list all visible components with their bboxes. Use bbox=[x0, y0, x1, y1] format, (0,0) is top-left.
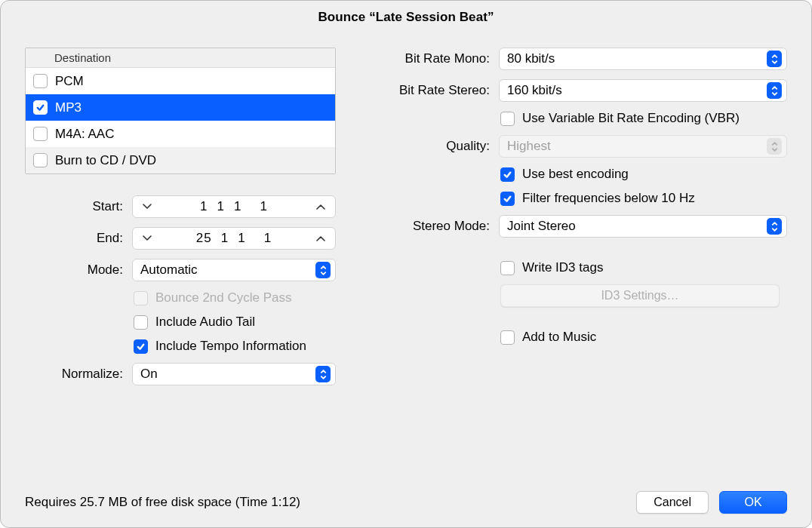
best-encoding-label: Use best encoding bbox=[522, 167, 629, 182]
mode-row: Mode: Automatic bbox=[25, 259, 336, 281]
checkbox-write-id3[interactable] bbox=[500, 261, 515, 275]
checkbox-include-tempo[interactable] bbox=[134, 339, 148, 354]
checkbox-filter-freq[interactable] bbox=[500, 192, 515, 206]
destination-label: Burn to CD / DVD bbox=[55, 153, 156, 168]
bit-rate-mono-select[interactable]: 80 kbit/s bbox=[499, 48, 787, 70]
stereo-mode-select[interactable]: Joint Stereo bbox=[499, 215, 787, 238]
updown-icon bbox=[315, 366, 331, 382]
checkbox-add-music[interactable] bbox=[500, 330, 515, 345]
right-form: Bit Rate Mono: 80 kbit/s Bit Rate Stereo… bbox=[361, 48, 787, 345]
normalize-select[interactable]: On bbox=[132, 363, 336, 385]
start-values[interactable]: 1 1 1 1 bbox=[160, 199, 308, 214]
checkbox-vbr[interactable] bbox=[500, 112, 515, 126]
status-text: Requires 25.7 MB of free disk space (Tim… bbox=[25, 495, 300, 510]
filter-freq-label: Filter frequencies below 10 Hz bbox=[522, 191, 695, 206]
bit-rate-mono-row: Bit Rate Mono: 80 kbit/s bbox=[361, 48, 787, 70]
vbr-row[interactable]: Use Variable Bit Rate Encoding (VBR) bbox=[361, 111, 787, 126]
write-id3-row[interactable]: Write ID3 tags bbox=[361, 260, 787, 275]
dialog-footer: Requires 25.7 MB of free disk space (Tim… bbox=[1, 491, 811, 527]
normalize-label: Normalize: bbox=[25, 367, 125, 382]
end-label: End: bbox=[25, 231, 125, 246]
checkbox-m4a[interactable] bbox=[33, 127, 48, 141]
bounce-2nd-label: Bounce 2nd Cycle Pass bbox=[155, 290, 292, 305]
checkbox-bounce-2nd bbox=[134, 291, 148, 305]
bounce-2nd-row: Bounce 2nd Cycle Pass bbox=[25, 290, 336, 305]
left-column: Destination PCM MP3 M4A: AAC bbox=[25, 48, 336, 480]
updown-icon bbox=[315, 262, 331, 278]
destination-row-mp3[interactable]: MP3 bbox=[26, 94, 335, 121]
updown-icon bbox=[767, 51, 782, 67]
destination-row-burn[interactable]: Burn to CD / DVD bbox=[26, 147, 335, 173]
vbr-label: Use Variable Bit Rate Encoding (VBR) bbox=[522, 111, 740, 126]
add-music-row[interactable]: Add to Music bbox=[361, 330, 787, 345]
chevron-down-icon[interactable] bbox=[136, 228, 158, 249]
filter-freq-row[interactable]: Filter frequencies below 10 Hz bbox=[361, 191, 787, 206]
start-label: Start: bbox=[25, 199, 125, 214]
id3-settings-button: ID3 Settings… bbox=[500, 284, 780, 307]
checkbox-burn[interactable] bbox=[33, 153, 48, 167]
quality-value: Highest bbox=[507, 139, 551, 154]
destination-row-pcm[interactable]: PCM bbox=[26, 68, 335, 94]
destination-row-m4a[interactable]: M4A: AAC bbox=[26, 121, 335, 147]
end-row: End: 25 1 1 1 bbox=[25, 227, 336, 250]
bit-rate-stereo-label: Bit Rate Stereo: bbox=[361, 83, 491, 98]
destination-list: Destination PCM MP3 M4A: AAC bbox=[25, 48, 336, 174]
best-encoding-row[interactable]: Use best encoding bbox=[361, 167, 787, 182]
destination-header: Destination bbox=[26, 48, 335, 68]
end-values[interactable]: 25 1 1 1 bbox=[160, 231, 308, 246]
ok-button[interactable]: OK bbox=[719, 491, 787, 514]
stereo-mode-label: Stereo Mode: bbox=[361, 219, 491, 234]
stereo-mode-value: Joint Stereo bbox=[507, 219, 576, 234]
include-tail-label: Include Audio Tail bbox=[155, 315, 255, 330]
quality-select: Highest bbox=[499, 135, 787, 158]
mode-value: Automatic bbox=[140, 262, 198, 278]
start-row: Start: 1 1 1 1 bbox=[25, 195, 336, 218]
normalize-row: Normalize: On bbox=[25, 363, 336, 385]
cancel-button[interactable]: Cancel bbox=[636, 491, 709, 514]
chevron-down-icon[interactable] bbox=[136, 196, 158, 217]
dialog-content: Destination PCM MP3 M4A: AAC bbox=[1, 34, 811, 491]
checkbox-include-tail[interactable] bbox=[134, 315, 148, 330]
chevron-up-icon[interactable] bbox=[309, 196, 332, 217]
checkbox-best-encoding[interactable] bbox=[500, 167, 515, 182]
bounce-dialog: Bounce “Late Session Beat” Destination P… bbox=[0, 0, 812, 528]
end-stepper[interactable]: 25 1 1 1 bbox=[132, 227, 336, 250]
dialog-title: Bounce “Late Session Beat” bbox=[1, 1, 811, 34]
normalize-value: On bbox=[140, 367, 158, 382]
chevron-up-icon[interactable] bbox=[309, 228, 332, 249]
mode-select[interactable]: Automatic bbox=[132, 259, 336, 281]
bit-rate-stereo-select[interactable]: 160 kbit/s bbox=[499, 79, 787, 102]
updown-icon bbox=[767, 218, 782, 235]
add-music-label: Add to Music bbox=[522, 330, 596, 345]
left-form: Start: 1 1 1 1 En bbox=[25, 195, 336, 385]
checkbox-mp3[interactable] bbox=[33, 100, 48, 115]
updown-icon bbox=[767, 138, 782, 155]
updown-icon bbox=[767, 82, 782, 99]
destination-label: PCM bbox=[55, 74, 84, 89]
checkbox-pcm[interactable] bbox=[33, 74, 48, 88]
bit-rate-mono-value: 80 kbit/s bbox=[507, 51, 555, 66]
include-tempo-label: Include Tempo Information bbox=[155, 339, 306, 354]
bit-rate-mono-label: Bit Rate Mono: bbox=[361, 51, 491, 66]
stereo-mode-row: Stereo Mode: Joint Stereo bbox=[361, 215, 787, 238]
mode-label: Mode: bbox=[25, 262, 125, 278]
quality-row: Quality: Highest bbox=[361, 135, 787, 158]
start-stepper[interactable]: 1 1 1 1 bbox=[132, 195, 336, 218]
right-column: Bit Rate Mono: 80 kbit/s Bit Rate Stereo… bbox=[361, 48, 787, 480]
quality-label: Quality: bbox=[361, 139, 491, 154]
bit-rate-stereo-value: 160 kbit/s bbox=[507, 83, 562, 98]
include-tail-row[interactable]: Include Audio Tail bbox=[25, 315, 336, 330]
include-tempo-row[interactable]: Include Tempo Information bbox=[25, 339, 336, 354]
write-id3-label: Write ID3 tags bbox=[522, 260, 603, 275]
destination-label: M4A: AAC bbox=[55, 127, 114, 142]
destination-label: MP3 bbox=[55, 100, 82, 115]
bit-rate-stereo-row: Bit Rate Stereo: 160 kbit/s bbox=[361, 79, 787, 102]
id3-settings-row: ID3 Settings… bbox=[361, 284, 787, 307]
